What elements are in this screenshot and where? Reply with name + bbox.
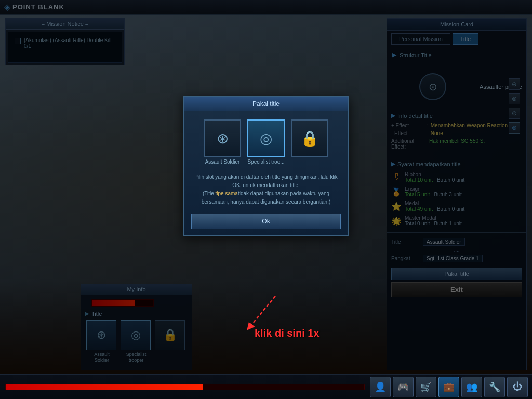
modal-text-prefix: (Title bbox=[203, 191, 216, 196]
pakai-title-modal: Pakai title ⊛ Assault Soldier ◎ Speciali… bbox=[183, 96, 349, 236]
modal-slots: ⊛ Assault Soldier ◎ Specialist troo... 🔒 bbox=[184, 111, 348, 169]
modal-slot-1[interactable]: ◎ Specialist troo... bbox=[247, 119, 285, 165]
bottom-icon-power[interactable]: ⏻ bbox=[507, 377, 528, 397]
modal-text: Pilih slot yang akan di daftar oleh titl… bbox=[184, 169, 348, 210]
modal-title: Pakai title bbox=[184, 97, 348, 111]
modal-text-highlight: tipe sama bbox=[216, 191, 238, 196]
bottom-icon-inventory[interactable]: 💼 bbox=[438, 377, 459, 397]
modal-slot-0[interactable]: ⊛ Assault Soldier bbox=[204, 119, 241, 165]
modal-slot-label-1: Specialist troo... bbox=[247, 159, 285, 165]
modal-text-line1: Pilih slot yang akan di daftar oleh titl… bbox=[194, 174, 338, 180]
modal-overlay: Pakai title ⊛ Assault Soldier ◎ Speciali… bbox=[0, 0, 532, 374]
modal-slot-icon-1[interactable]: ◎ bbox=[247, 119, 285, 157]
modal-slot-icon-0[interactable]: ⊛ bbox=[204, 119, 241, 157]
modal-slot-2[interactable]: 🔒 bbox=[291, 119, 328, 165]
bottom-icon-friends[interactable]: 👥 bbox=[461, 377, 482, 397]
bottom-hp-fill bbox=[6, 384, 203, 390]
bottom-icon-game[interactable]: 🎮 bbox=[393, 377, 414, 397]
modal-text-line2: OK, untuk mendaftarkan title. bbox=[232, 182, 300, 188]
bottom-hp-bar bbox=[5, 384, 365, 390]
bottom-icon-settings[interactable]: 🔧 bbox=[484, 377, 505, 397]
bottom-bar: 👤 🎮 🛒 💼 👥 🔧 ⏻ bbox=[0, 374, 532, 399]
modal-ok-button[interactable]: Ok bbox=[191, 214, 341, 229]
bottom-icon-character[interactable]: 👤 bbox=[370, 377, 391, 397]
modal-text-line4: tidak dapat digunakan pada waktu yang bbox=[238, 191, 329, 196]
modal-text-line5: bersamaan, hanya dapat digunakan secara … bbox=[202, 199, 331, 205]
modal-slot-icon-2[interactable]: 🔒 bbox=[291, 119, 328, 157]
bottom-icons: 👤 🎮 🛒 💼 👥 🔧 ⏻ bbox=[370, 377, 532, 397]
bottom-icon-shop[interactable]: 🛒 bbox=[416, 377, 436, 397]
modal-slot-label-0: Assault Soldier bbox=[204, 159, 241, 165]
